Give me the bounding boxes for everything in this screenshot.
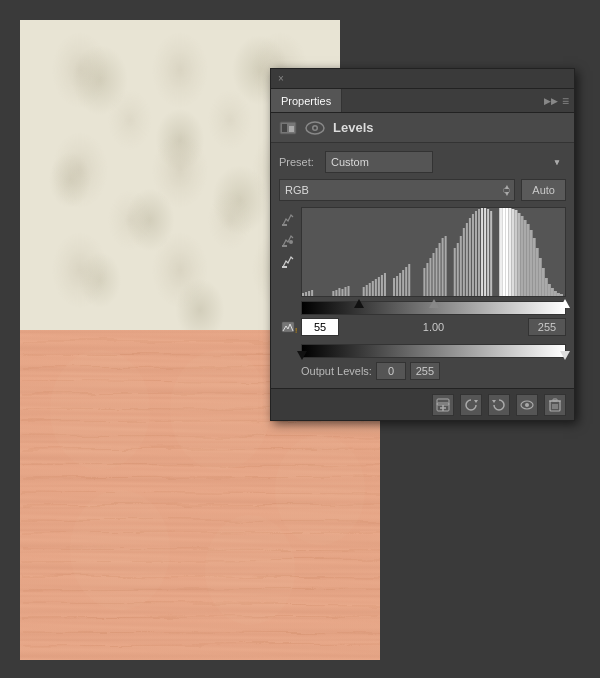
- svg-rect-98: [502, 208, 505, 296]
- black-eyedropper[interactable]: [279, 211, 297, 229]
- histogram-container: [279, 207, 566, 297]
- svg-rect-111: [542, 268, 545, 296]
- svg-rect-110: [539, 258, 542, 296]
- svg-line-32: [20, 602, 380, 604]
- svg-rect-81: [439, 243, 441, 296]
- svg-rect-64: [369, 283, 371, 296]
- properties-panel: × Properties ▶▶ ≡: [270, 68, 575, 421]
- svg-point-10: [208, 90, 252, 150]
- undo-button[interactable]: [488, 394, 510, 416]
- svg-rect-101: [511, 209, 514, 296]
- output-black-value[interactable]: [376, 362, 406, 380]
- svg-point-0: [52, 32, 108, 108]
- white-input-value[interactable]: [528, 318, 566, 336]
- output-white-value[interactable]: [410, 362, 440, 380]
- svg-rect-91: [475, 211, 477, 296]
- svg-rect-92: [478, 209, 480, 296]
- svg-rect-43: [289, 126, 294, 132]
- svg-rect-106: [527, 224, 530, 296]
- preset-row: Preset: Custom Default Increase Contrast…: [279, 151, 566, 173]
- panel-body: Preset: Custom Default Increase Contrast…: [271, 143, 574, 388]
- refresh-button[interactable]: [460, 394, 482, 416]
- svg-point-11: [108, 190, 152, 250]
- svg-line-28: [20, 546, 380, 548]
- svg-rect-61: [348, 286, 350, 296]
- svg-point-38: [275, 435, 365, 545]
- svg-rect-117: [560, 294, 563, 296]
- output-slider-track: [301, 344, 566, 358]
- svg-rect-97: [499, 208, 502, 296]
- white-eyedropper[interactable]: [279, 253, 297, 271]
- svg-point-40: [205, 515, 295, 625]
- preset-select[interactable]: Custom Default Increase Contrast 1 Light…: [325, 151, 433, 173]
- input-slider-track: [301, 301, 566, 315]
- menu-icon[interactable]: ≡: [562, 94, 569, 108]
- svg-rect-94: [484, 208, 486, 296]
- svg-point-37: [170, 350, 270, 470]
- black-input-value[interactable]: [301, 318, 339, 336]
- auto-button[interactable]: Auto: [521, 179, 566, 201]
- svg-rect-95: [487, 209, 489, 296]
- white-input-handle[interactable]: [560, 299, 570, 308]
- svg-rect-57: [335, 290, 337, 296]
- visibility-toggle-button[interactable]: [516, 394, 538, 416]
- preset-label: Preset:: [279, 156, 319, 168]
- channel-select[interactable]: RGB Red Green Blue: [279, 179, 515, 201]
- svg-rect-50: [282, 266, 287, 268]
- svg-rect-104: [520, 216, 523, 296]
- svg-rect-55: [311, 290, 313, 296]
- svg-rect-78: [429, 258, 431, 296]
- visibility-icon[interactable]: [305, 120, 325, 136]
- svg-point-1: [152, 32, 208, 108]
- panel-header: Levels: [271, 113, 574, 143]
- tab-label: Properties: [281, 95, 331, 107]
- forward-icon: ▶▶: [544, 96, 558, 106]
- svg-rect-62: [363, 287, 365, 296]
- svg-line-29: [20, 558, 380, 560]
- svg-rect-82: [442, 238, 444, 296]
- black-output-handle[interactable]: [297, 351, 307, 360]
- properties-tab[interactable]: Properties: [271, 89, 342, 112]
- svg-rect-76: [423, 268, 425, 296]
- svg-rect-53: [305, 292, 307, 296]
- svg-rect-109: [536, 248, 539, 296]
- gray-eyedropper[interactable]: [279, 232, 297, 250]
- adjustment-icon: [279, 120, 297, 136]
- svg-rect-107: [530, 230, 533, 296]
- delete-button[interactable]: [544, 394, 566, 416]
- panel-title: Levels: [333, 120, 373, 135]
- svg-line-26: [20, 518, 380, 520]
- svg-point-49: [289, 240, 293, 244]
- output-label: Output Levels:: [301, 365, 372, 377]
- svg-rect-84: [454, 248, 456, 296]
- svg-rect-130: [553, 399, 557, 401]
- svg-point-36: [50, 350, 150, 470]
- output-levels-row: Output Levels:: [301, 362, 566, 380]
- svg-rect-83: [445, 236, 447, 296]
- svg-rect-87: [463, 228, 465, 296]
- add-layer-button[interactable]: [432, 394, 454, 416]
- svg-rect-88: [466, 223, 468, 296]
- svg-marker-125: [492, 400, 496, 403]
- black-input-handle[interactable]: [354, 299, 364, 308]
- channel-row: RGB Red Green Blue ▲ ▼ Auto: [279, 179, 566, 201]
- svg-line-30: [20, 574, 380, 576]
- svg-rect-52: [302, 293, 304, 296]
- panel-tab-bar: Properties ▶▶ ≡: [271, 89, 574, 113]
- svg-rect-77: [426, 263, 428, 296]
- svg-rect-75: [408, 264, 410, 296]
- svg-rect-69: [384, 273, 386, 296]
- white-output-handle[interactable]: [560, 351, 570, 360]
- svg-rect-47: [282, 224, 287, 226]
- svg-line-23: [20, 474, 380, 476]
- svg-rect-86: [460, 236, 462, 296]
- svg-line-33: [20, 614, 380, 616]
- svg-line-20: [20, 434, 380, 436]
- svg-rect-68: [381, 275, 383, 296]
- svg-rect-108: [533, 238, 536, 296]
- channel-select-wrapper: RGB Red Green Blue ▲ ▼: [279, 179, 515, 201]
- titlebar-left: ×: [276, 74, 286, 84]
- close-button[interactable]: ×: [276, 74, 286, 84]
- svg-line-24: [20, 490, 380, 492]
- midtone-input-handle[interactable]: [429, 299, 439, 308]
